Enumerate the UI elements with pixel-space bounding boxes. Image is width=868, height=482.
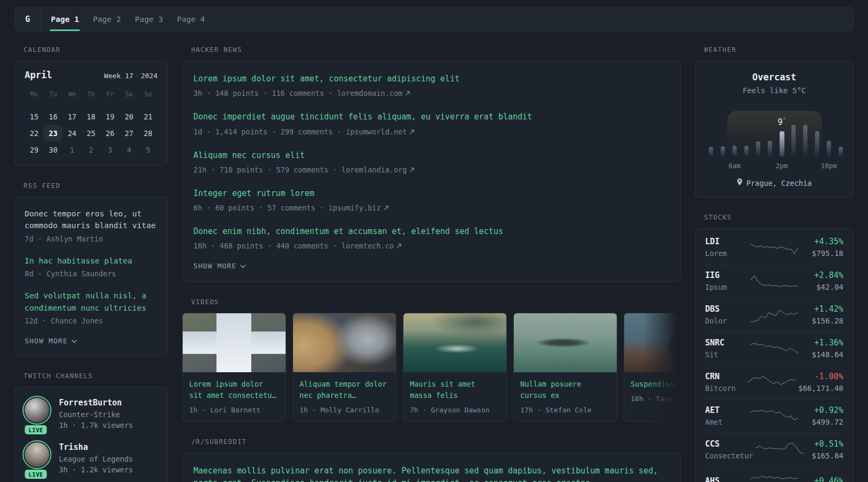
stock-row[interactable]: LDI Lorem +4.35% $795.18: [695, 230, 853, 264]
video-title-link[interactable]: Lorem ipsum dolor sit amet consectetu…: [189, 379, 279, 401]
twitch-channel-info: Trisha League of Legends 3h · 1.2k viewe…: [59, 442, 133, 474]
video-card[interactable]: Suspendisse diam 18h · Tara: [624, 313, 680, 422]
video-title-link[interactable]: Suspendisse diam: [631, 379, 680, 390]
weather-time-tick: 2pm: [776, 162, 788, 170]
hn-story-link[interactable]: Lorem ipsum dolor sit amet, consectetur …: [193, 73, 669, 85]
stock-symbol: LDI: [705, 237, 747, 246]
video-thumbnail: [403, 313, 506, 372]
stock-change: +0.92%: [801, 405, 843, 415]
calendar-date-cell: 28: [139, 125, 158, 141]
hn-story-link[interactable]: Donec imperdiet augue tincidunt felis al…: [193, 111, 669, 123]
twitch-channel-category: League of Legends: [59, 455, 133, 463]
video-meta: 1h · Molly Carrillo: [300, 406, 390, 414]
stock-row[interactable]: CRN Bitcorn -1.00% $66,171.48: [695, 365, 853, 399]
stock-id: SNRC Sit: [705, 338, 747, 359]
stock-id: IIG Ipsum: [705, 270, 747, 291]
stock-id: AHS: [705, 476, 747, 482]
stock-symbol: CCS: [705, 439, 753, 449]
hn-story-link[interactable]: Integer eget rutrum lorem: [193, 187, 669, 200]
hn-story-domain-link[interactable]: ipsumworld.net: [346, 127, 414, 136]
calendar-date-cell: 22: [25, 125, 43, 141]
hn-story-domain: ipsumworld.net: [346, 127, 407, 136]
hn-story-domain-link[interactable]: loremlandia.org: [341, 165, 414, 174]
calendar-date-cell: 3: [101, 141, 119, 158]
app-logo[interactable]: G: [15, 7, 41, 31]
stock-row[interactable]: AHS +0.46%: [695, 466, 853, 482]
video-card[interactable]: Aliquam tempor dolor nec pharetra… 1h · …: [293, 313, 396, 422]
video-card[interactable]: Nullam posuere cursus ex 17h · Stefan Co…: [513, 313, 617, 422]
calendar-week-year: Week 17·2024: [104, 72, 158, 80]
stock-sparkline: [749, 238, 800, 257]
calendar-widget: CALENDAR April Week 17·2024 Mo Tu We: [14, 46, 168, 166]
rss-show-more-label: SHOW MORE: [25, 337, 68, 345]
subreddit-post-link[interactable]: Maecenas mollis pulvinar erat non posuer…: [193, 465, 669, 482]
hn-story-link[interactable]: Donec enim nibh, condimentum et accumsan…: [193, 225, 669, 238]
weather-card: Overcast Feels like 5°C 6am9°2pm10pm Pra…: [695, 61, 854, 198]
hn-story: Lorem ipsum dolor sit amet, consectetur …: [193, 73, 669, 97]
stock-values: +0.92% $499.72: [801, 405, 843, 426]
hacker-news-widget: HACKER NEWS Lorem ipsum dolor sit amet, …: [182, 46, 680, 282]
rss-item: Donec tempor eros leo, ut commodo mauris…: [25, 208, 158, 243]
weather-bar: [744, 146, 749, 157]
twitch-channel-row[interactable]: LIVE Trisha League of Legends 3h · 1.2k …: [25, 442, 158, 474]
rss-widget-label: RSS FEED: [24, 182, 168, 190]
rss-show-more-button[interactable]: SHOW MORE: [25, 337, 77, 345]
subreddit-widget-label: /R/SUBREDDIT: [191, 438, 680, 446]
stock-row[interactable]: CCS Consectetur +0.51% $165.84: [695, 433, 853, 466]
stock-values: +4.35% $795.18: [801, 237, 843, 258]
hn-story-stats: 1d · 1,414 points · 299 comments ·: [193, 127, 341, 136]
rss-item-link[interactable]: Sed volutpat nulla nisl, a condimentum n…: [25, 290, 158, 314]
videos-carousel: Lorem ipsum dolor sit amet consectetu… 1…: [182, 313, 680, 422]
stock-price: $42.04: [801, 283, 843, 291]
stock-name: Consectetur: [705, 451, 753, 460]
stock-id: CRN Bitcorn: [705, 372, 745, 393]
weather-bar: [803, 125, 807, 157]
rss-item-link[interactable]: Donec tempor eros leo, ut commodo mauris…: [25, 208, 158, 232]
stock-row[interactable]: AET Amet +0.92% $499.72: [695, 399, 853, 433]
hn-story-domain-link[interactable]: loremtech.co: [341, 242, 401, 250]
twitch-list: LIVE ForrestBurton Counter-Strike 1h · 1…: [25, 398, 158, 482]
rss-item-link[interactable]: In hac habitasse platea: [25, 255, 158, 267]
hn-story-meta: 6h · 60 points · 57 comments · ipsumify.…: [193, 204, 669, 212]
stock-change: +0.51%: [806, 439, 843, 449]
page-tab[interactable]: Page 3: [128, 7, 170, 31]
stock-price: $165.84: [806, 451, 843, 460]
stock-row[interactable]: DBS Dolor +1.42% $156.28: [695, 298, 853, 332]
stock-price: $66,171.48: [798, 384, 843, 393]
hn-show-more-button[interactable]: SHOW MORE: [193, 262, 246, 270]
stock-id: LDI Lorem: [705, 237, 747, 258]
hn-story-domain-link[interactable]: ipsumify.biz: [328, 204, 388, 212]
twitch-channel-row[interactable]: LIVE ForrestBurton Counter-Strike 1h · 1…: [25, 398, 158, 430]
hn-story: Integer eget rutrum lorem 6h · 60 points…: [193, 187, 669, 212]
weather-bar: [839, 147, 843, 157]
stock-price: $499.72: [801, 418, 843, 426]
stock-row[interactable]: IIG Ipsum +2.84% $42.04: [695, 264, 853, 298]
rss-widget: RSS FEED Donec tempor eros leo, ut commo…: [14, 182, 168, 356]
calendar-week: Week 17: [104, 72, 133, 80]
stock-name: Lorem: [705, 249, 747, 258]
weather-bar: [756, 141, 760, 157]
rss-list: Donec tempor eros leo, ut commodo mauris…: [25, 208, 158, 325]
rss-item-meta: 12d · Chance Jones: [25, 317, 158, 325]
hn-story-domain-link[interactable]: loremdomain.com: [337, 89, 410, 97]
rss-item: In hac habitasse platea 8d · Cynthia Sau…: [25, 255, 158, 278]
stock-row[interactable]: SNRC Sit +1.36% $148.64: [695, 332, 853, 365]
twitch-channel-name: Trisha: [59, 442, 133, 452]
middle-column: HACKER NEWS Lorem ipsum dolor sit amet, …: [182, 46, 680, 482]
twitch-channel-category: Counter-Strike: [59, 410, 133, 419]
video-card[interactable]: Lorem ipsum dolor sit amet consectetu… 1…: [182, 313, 286, 422]
page-tab[interactable]: Page 4: [170, 7, 212, 31]
stock-values: +1.42% $156.28: [801, 304, 843, 325]
weather-bar: [827, 141, 831, 157]
page-tab[interactable]: Page 2: [86, 7, 128, 31]
video-title-link[interactable]: Mauris sit amet massa felis: [410, 379, 500, 401]
hn-story-link[interactable]: Aliquam nec cursus elit: [193, 149, 669, 162]
video-card[interactable]: Mauris sit amet massa felis 7h · Grayson…: [403, 313, 507, 422]
stock-sparkline: [749, 306, 800, 324]
stock-symbol: AET: [705, 405, 747, 415]
calendar-separator: ·: [133, 72, 141, 80]
video-title-link[interactable]: Aliquam tempor dolor nec pharetra…: [300, 379, 390, 401]
video-title-link[interactable]: Nullam posuere cursus ex: [520, 379, 610, 401]
video-meta: 1h · Lori Barnett: [189, 406, 279, 414]
page-tab[interactable]: Page 1: [44, 7, 86, 31]
